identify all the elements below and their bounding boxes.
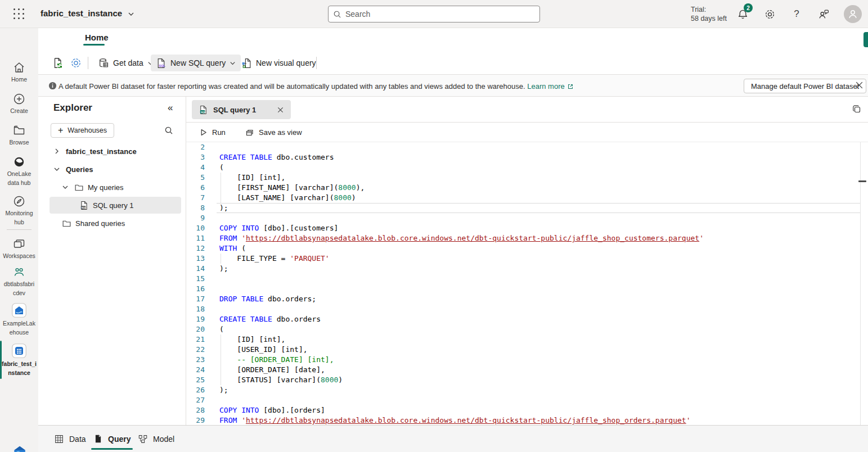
explorer-search-icon[interactable]	[164, 126, 173, 135]
code-line[interactable]: 6 [FIRST_NAME] [varchar](8000),	[186, 183, 860, 193]
account-avatar[interactable]	[844, 5, 862, 23]
code-line[interactable]: 18	[186, 304, 860, 314]
rail-item-datawarehouse[interactable]: DataWarehouse	[0, 444, 38, 452]
banner-message: A default Power BI dataset for faster re…	[59, 82, 525, 91]
new-visual-query-button[interactable]: New visual query	[236, 55, 321, 71]
tab-home[interactable]: Home	[85, 33, 109, 42]
learn-more-link[interactable]: Learn more	[527, 82, 564, 91]
copy-icon[interactable]	[852, 104, 862, 114]
info-icon	[48, 82, 57, 90]
rail-item-workspaces[interactable]: Workspaces	[0, 237, 38, 260]
get-data-button[interactable]: Get data	[93, 55, 159, 71]
code-line[interactable]: 25 [STATUS] [varchar](8000)	[186, 375, 860, 385]
warehouse-icon	[11, 343, 27, 359]
results-splitter-handle[interactable]	[858, 180, 866, 182]
datawarehouse-icon	[12, 444, 26, 452]
code-line[interactable]: 10COPY INTO [dbo].[customers]	[186, 223, 860, 233]
banner-close-icon[interactable]	[855, 81, 863, 89]
view-tab-label: Data	[69, 435, 86, 444]
manage-dataset-button[interactable]: Manage default Power BI dataset	[744, 79, 866, 93]
code-text: COPY INTO [dbo].[orders]	[219, 405, 325, 415]
table-grid-icon	[54, 434, 64, 444]
line-number: 29	[186, 415, 205, 426]
tree-item-label: My queries	[88, 183, 124, 192]
code-line[interactable]: 16	[186, 284, 860, 294]
code-line[interactable]: 26);	[186, 385, 860, 395]
workspaces-icon	[12, 237, 26, 251]
waffle-menu-icon[interactable]	[14, 8, 25, 20]
code-line[interactable]: 22 [USER_ID] [int],	[186, 345, 860, 355]
editor-scrollbar-track[interactable]	[860, 142, 861, 425]
code-line[interactable]: 4(	[186, 162, 860, 173]
warehouse-settings-button[interactable]	[69, 56, 83, 70]
onelake-icon	[12, 155, 26, 169]
code-line[interactable]: 12WITH (	[186, 243, 860, 254]
code-line[interactable]: 13 FILE_TYPE = 'PARQUET'	[186, 254, 860, 264]
share-button[interactable]: Share	[863, 32, 868, 47]
workspace-switcher[interactable]: fabric_test_instance	[41, 8, 134, 18]
code-line[interactable]: 28COPY INTO [dbo].[orders]	[186, 405, 860, 415]
code-line[interactable]: 17DROP TABLE dbo.orders;	[186, 294, 860, 304]
rail-item-onelakedata-hub[interactable]: OneLakedata hub	[0, 155, 38, 187]
sql-code-editor[interactable]: 23CREATE TABLE dbo.customers4(5 [ID] [in…	[186, 142, 868, 425]
database-icon	[98, 58, 109, 69]
settings-button[interactable]	[763, 7, 776, 21]
feedback-button[interactable]	[817, 7, 830, 21]
query-tab-title: SQL query 1	[213, 106, 256, 114]
dataset-info-banner: A default Power BI dataset for faster re…	[38, 75, 868, 97]
query-tab-active[interactable]: SQL SQL query 1	[192, 100, 291, 119]
code-line[interactable]: 23 -- [ORDER_DATE] [int],	[186, 355, 860, 365]
close-tab-icon[interactable]	[277, 106, 284, 114]
rail-item-fabric-test-instance[interactable]: fabric_test_instance	[0, 343, 38, 377]
rail-item-monitoringhub[interactable]: Monitoringhub	[0, 195, 38, 226]
view-tab-model[interactable]: Model	[138, 426, 174, 452]
search-input[interactable]	[345, 10, 535, 19]
code-line[interactable]: 20(	[186, 324, 860, 335]
rail-item-examplelakehouse[interactable]: ExampleLakehouse	[0, 302, 38, 336]
rail-item-home[interactable]: Home	[0, 61, 38, 83]
rail-item-dbtlabsfabricdev[interactable]: dbtlabsfabricdev	[0, 265, 38, 297]
line-number: 24	[186, 365, 205, 375]
collapse-explorer-icon[interactable]: «	[168, 102, 173, 114]
chevron-down-icon[interactable]	[62, 184, 69, 191]
code-text: FILE_TYPE = 'PARQUET'	[219, 254, 330, 264]
chevron-right-icon[interactable]	[53, 148, 60, 155]
tree-item-shared-queries[interactable]: Shared queries	[38, 214, 186, 232]
new-sql-query-button[interactable]: SQL New SQL query	[151, 55, 241, 71]
code-line[interactable]: 24 [ORDER_DATE] [date],	[186, 365, 860, 375]
code-line[interactable]: 3CREATE TABLE dbo.customers	[186, 152, 860, 162]
code-line[interactable]: 21 [ID] [int],	[186, 335, 860, 345]
rail-item-browse[interactable]: Browse	[0, 124, 38, 146]
chevron-down-icon[interactable]	[53, 166, 60, 173]
code-line[interactable]: 9	[186, 213, 860, 223]
run-button[interactable]: Run	[195, 125, 230, 140]
code-line[interactable]: 11FROM 'https://dbtlabsynapsedatalake.bl…	[186, 233, 860, 243]
code-line[interactable]: 5 [ID] [int],	[186, 173, 860, 183]
code-line[interactable]: 14);	[186, 264, 860, 274]
code-line[interactable]: 7 [LAST_NAME] [varchar](8000)	[186, 193, 860, 203]
code-line[interactable]: 27	[186, 395, 860, 405]
model-icon	[138, 434, 148, 444]
code-line[interactable]: 29FROM 'https://dbtlabsynapsedatalake.bl…	[186, 415, 860, 426]
view-tab-data[interactable]: Data	[54, 426, 86, 452]
tree-item-sql-query-1[interactable]: SQLSQL query 1	[38, 196, 186, 214]
refresh-dataset-button[interactable]	[51, 56, 65, 70]
save-as-view-button[interactable]: Save as view	[241, 125, 307, 140]
tree-item-fabric-test-instance[interactable]: fabric_test_instance	[38, 142, 186, 160]
code-line[interactable]: 15	[186, 274, 860, 284]
add-warehouses-button[interactable]: + Warehouses	[51, 123, 114, 138]
code-line[interactable]: 2	[186, 142, 860, 152]
tree-item-my-queries[interactable]: My queries	[38, 178, 186, 196]
rail-item-create[interactable]: Create	[0, 92, 38, 115]
code-text: CREATE TABLE dbo.orders	[219, 314, 321, 324]
sql-document-icon: SQL	[79, 201, 89, 210]
view-tab-query[interactable]: Query	[93, 426, 131, 452]
line-number: 11	[186, 233, 205, 243]
code-text: [ORDER_DATE] [date],	[219, 365, 325, 375]
code-line[interactable]: 8);	[186, 203, 860, 213]
code-line[interactable]: 19CREATE TABLE dbo.orders	[186, 314, 860, 324]
rail-item-label: Browse	[9, 139, 29, 146]
rail-item-label: Create	[10, 107, 28, 115]
help-button[interactable]: ?	[790, 7, 803, 21]
tree-item-queries[interactable]: Queries	[38, 160, 186, 178]
